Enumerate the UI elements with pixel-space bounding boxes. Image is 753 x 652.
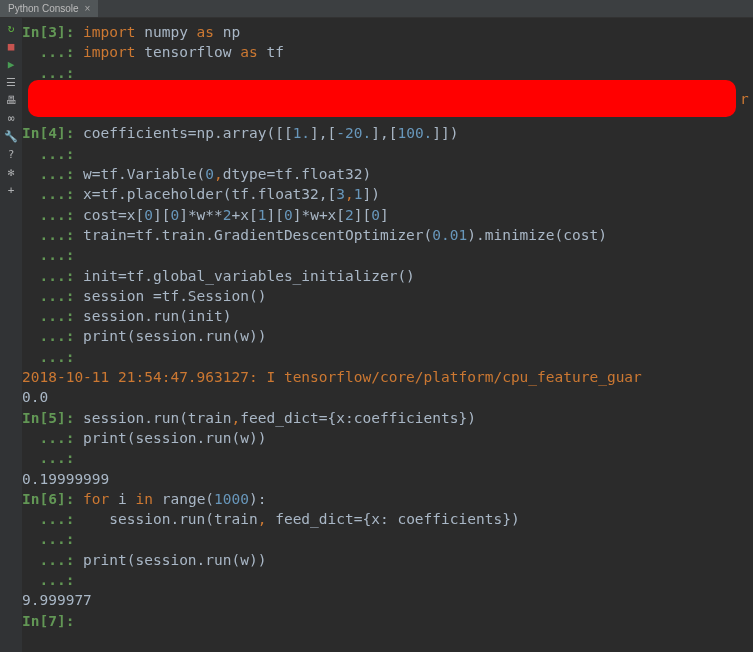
log-message: tensorflow/core/platform/cpu_feature_gua… bbox=[284, 369, 642, 385]
tab-bar: Python Console × bbox=[0, 0, 753, 18]
gutter: ↻ ■ ▶ ☰ 🖶 ∞ 🔧 ? ✻ + bbox=[0, 18, 22, 652]
list-icon[interactable]: ☰ bbox=[3, 75, 19, 91]
print-icon[interactable]: 🖶 bbox=[3, 93, 19, 109]
partial-char: r bbox=[740, 89, 749, 109]
log-timestamp: 2018-10-11 21:54:47.963127: I bbox=[22, 369, 284, 385]
prompt-in-7: In[7]: bbox=[22, 613, 83, 629]
prompt-in-5: In[5]: bbox=[22, 410, 83, 426]
close-icon[interactable]: × bbox=[85, 2, 91, 16]
console-content[interactable]: r In[3]: import numpy as np ...: import … bbox=[22, 18, 753, 652]
gear-icon[interactable]: ✻ bbox=[3, 165, 19, 181]
prompt-in-3: In[3]: bbox=[22, 24, 83, 40]
prompt-in-4: In[4]: bbox=[22, 125, 83, 141]
link-icon[interactable]: ∞ bbox=[3, 111, 19, 127]
tab-python-console[interactable]: Python Console × bbox=[0, 0, 98, 17]
prompt-in-6: In[6]: bbox=[22, 491, 83, 507]
settings-icon[interactable]: 🔧 bbox=[3, 129, 19, 145]
help-icon[interactable]: ? bbox=[3, 147, 19, 163]
output-6: 9.999977 bbox=[22, 592, 92, 608]
tab-label: Python Console bbox=[8, 2, 79, 16]
main-area: ↻ ■ ▶ ☰ 🖶 ∞ 🔧 ? ✻ + r In[3]: import nump… bbox=[0, 18, 753, 652]
run-icon[interactable]: ▶ bbox=[3, 57, 19, 73]
stop-icon[interactable]: ■ bbox=[3, 39, 19, 55]
rerun-icon[interactable]: ↻ bbox=[3, 21, 19, 37]
output-5: 0.19999999 bbox=[22, 471, 109, 487]
output-4: 0.0 bbox=[22, 389, 48, 405]
highlight-banner bbox=[28, 80, 736, 117]
add-icon[interactable]: + bbox=[3, 183, 19, 199]
